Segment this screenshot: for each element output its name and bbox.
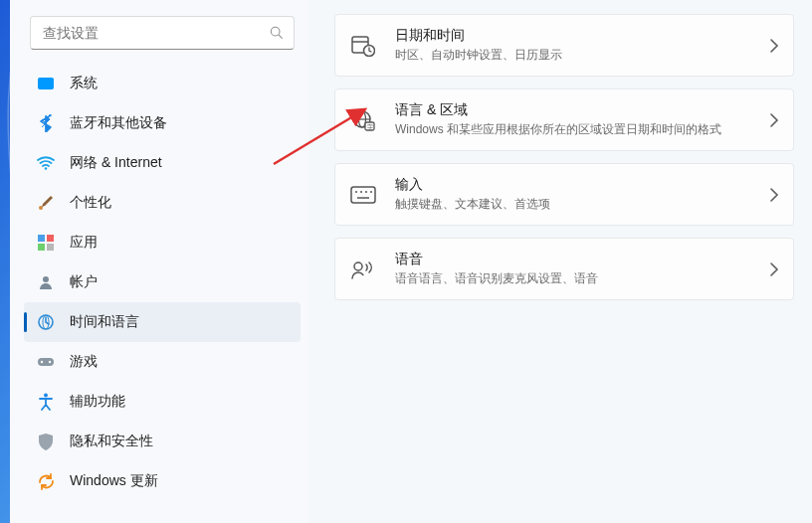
brush-icon (36, 193, 56, 213)
sidebar-item-label: 时间和语言 (70, 313, 291, 331)
game-controller-icon (36, 352, 56, 372)
svg-rect-7 (47, 244, 54, 251)
sidebar-item-gaming[interactable]: 游戏 (24, 342, 301, 382)
card-subtitle: 时区、自动时钟设置、日历显示 (395, 47, 769, 64)
apps-icon (36, 233, 56, 253)
search-icon (269, 25, 285, 41)
update-icon (36, 471, 56, 491)
sidebar-item-label: 应用 (70, 234, 291, 252)
chevron-right-icon (769, 262, 779, 277)
card-text: 输入 触摸键盘、文本建议、首选项 (395, 176, 769, 213)
sidebar: 系统 蓝牙和其他设备 网络 & Internet 个性化 (10, 0, 308, 523)
card-title: 语音 (395, 251, 769, 268)
wifi-icon (36, 153, 56, 173)
svg-point-29 (354, 262, 362, 270)
svg-point-3 (39, 206, 43, 210)
chevron-right-icon (769, 112, 779, 128)
svg-rect-5 (47, 235, 54, 242)
sidebar-item-label: 游戏 (70, 353, 291, 371)
card-subtitle: 触摸键盘、文本建议、首选项 (395, 196, 769, 213)
sidebar-item-system[interactable]: 系统 (24, 64, 301, 103)
sidebar-item-personalization[interactable]: 个性化 (24, 183, 301, 223)
card-subtitle: Windows 和某些应用根据你所在的区域设置日期和时间的格式 (395, 121, 769, 138)
shield-icon (36, 432, 56, 451)
chevron-right-icon (769, 38, 779, 54)
accessibility-icon (36, 392, 56, 412)
svg-rect-23 (351, 187, 375, 203)
search-box[interactable] (30, 16, 295, 50)
content-area: 日期和时间 时区、自动时钟设置、日历显示 字 语言 & 区域 Windows 和… (308, 0, 812, 523)
svg-point-12 (41, 361, 43, 363)
sidebar-nav: 系统 蓝牙和其他设备 网络 & Internet 个性化 (24, 64, 301, 501)
sidebar-item-privacy[interactable]: 隐私和安全性 (24, 422, 301, 461)
bluetooth-icon (36, 113, 56, 133)
clock-globe-icon (36, 312, 56, 332)
settings-window: 系统 蓝牙和其他设备 网络 & Internet 个性化 (10, 0, 812, 523)
person-icon (36, 272, 56, 292)
card-title: 日期和时间 (395, 27, 769, 45)
sidebar-item-apps[interactable]: 应用 (24, 223, 301, 262)
svg-line-1 (279, 35, 282, 38)
sidebar-item-label: 网络 & Internet (70, 154, 291, 172)
sidebar-item-accessibility[interactable]: 辅助功能 (24, 382, 301, 422)
card-text: 语音 语音语言、语音识别麦克风设置、语音 (395, 251, 769, 287)
keyboard-icon (349, 181, 377, 209)
card-title: 语言 & 区域 (395, 101, 769, 119)
svg-text:字: 字 (367, 122, 373, 129)
sidebar-item-label: 蓝牙和其他设备 (70, 114, 291, 132)
calendar-clock-icon (349, 32, 377, 60)
sidebar-item-label: 隐私和安全性 (70, 433, 291, 450)
card-date-time[interactable]: 日期和时间 时区、自动时钟设置、日历显示 (334, 14, 794, 77)
card-language-region[interactable]: 字 语言 & 区域 Windows 和某些应用根据你所在的区域设置日期和时间的格… (334, 88, 794, 151)
sidebar-item-label: Windows 更新 (70, 472, 291, 490)
svg-rect-4 (38, 235, 45, 242)
display-icon (36, 74, 56, 93)
svg-rect-11 (38, 358, 54, 366)
globe-language-icon: 字 (349, 106, 377, 134)
svg-point-8 (43, 276, 49, 282)
chevron-right-icon (769, 187, 779, 203)
svg-point-14 (44, 394, 48, 398)
card-title: 输入 (395, 176, 769, 194)
card-text: 语言 & 区域 Windows 和某些应用根据你所在的区域设置日期和时间的格式 (395, 101, 769, 138)
sidebar-item-accounts[interactable]: 帐户 (24, 262, 301, 302)
svg-rect-6 (38, 244, 45, 251)
sidebar-item-update[interactable]: Windows 更新 (24, 461, 301, 501)
svg-point-2 (45, 167, 48, 170)
card-subtitle: 语音语言、语音识别麦克风设置、语音 (395, 270, 769, 287)
sidebar-item-label: 帐户 (70, 273, 291, 291)
svg-point-13 (49, 361, 51, 363)
speech-icon (349, 256, 377, 283)
sidebar-item-label: 系统 (70, 75, 291, 92)
card-text: 日期和时间 时区、自动时钟设置、日历显示 (395, 27, 769, 64)
sidebar-item-bluetooth[interactable]: 蓝牙和其他设备 (24, 103, 301, 143)
search-input[interactable] (30, 16, 295, 50)
sidebar-item-network[interactable]: 网络 & Internet (24, 143, 301, 183)
sidebar-item-time-language[interactable]: 时间和语言 (24, 302, 301, 342)
card-typing[interactable]: 输入 触摸键盘、文本建议、首选项 (334, 163, 794, 226)
svg-point-0 (271, 27, 280, 36)
card-speech[interactable]: 语音 语音语言、语音识别麦克风设置、语音 (334, 238, 794, 300)
sidebar-item-label: 个性化 (70, 194, 291, 212)
sidebar-item-label: 辅助功能 (70, 393, 291, 411)
